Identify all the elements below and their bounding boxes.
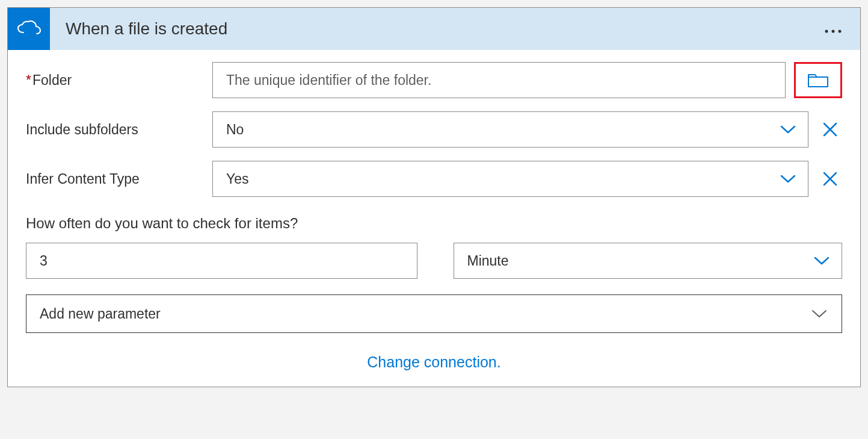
svg-point-2 — [839, 30, 842, 33]
onedrive-icon — [8, 8, 50, 50]
add-parameter-select[interactable]: Add new parameter — [26, 294, 842, 333]
folder-icon — [806, 71, 830, 89]
polling-unit-value: Minute — [467, 253, 509, 269]
card-title: When a file is created — [50, 19, 806, 39]
close-icon — [822, 170, 839, 187]
infer-content-type-row: Infer Content Type Yes — [26, 161, 842, 197]
folder-label: *Folder — [26, 72, 212, 89]
chevron-down-icon — [779, 124, 797, 135]
polling-row: Minute — [26, 243, 842, 279]
change-connection-row: Change connection. — [26, 345, 842, 372]
include-subfolders-row: Include subfolders No — [26, 111, 842, 148]
remove-include-subfolders-button[interactable] — [818, 117, 842, 142]
chevron-down-icon — [810, 308, 828, 319]
folder-picker-button[interactable] — [794, 62, 842, 98]
more-menu-button[interactable] — [806, 20, 860, 37]
polling-interval-input[interactable] — [26, 243, 417, 279]
infer-content-type-value: Yes — [226, 171, 249, 187]
chevron-down-icon — [813, 255, 831, 266]
required-marker: * — [26, 72, 31, 88]
remove-infer-content-type-button[interactable] — [818, 167, 842, 191]
add-parameter-label: Add new parameter — [40, 306, 161, 322]
svg-point-1 — [832, 30, 835, 33]
folder-row: *Folder — [26, 62, 842, 98]
include-subfolders-label: Include subfolders — [26, 122, 212, 138]
include-subfolders-select[interactable]: No — [212, 111, 808, 148]
chevron-down-icon — [779, 173, 797, 184]
folder-input[interactable] — [212, 62, 786, 98]
card-body: *Folder Include subfolders No — [8, 50, 860, 387]
infer-content-type-label: Infer Content Type — [26, 171, 212, 187]
infer-content-type-select[interactable]: Yes — [212, 161, 808, 197]
close-icon — [822, 121, 839, 138]
trigger-card: When a file is created *Folder Include s… — [7, 7, 861, 387]
change-connection-link[interactable]: Change connection. — [367, 353, 500, 370]
svg-point-0 — [825, 30, 828, 33]
polling-unit-select[interactable]: Minute — [454, 243, 843, 279]
polling-question: How often do you want to check for items… — [26, 215, 842, 232]
include-subfolders-value: No — [226, 122, 244, 138]
card-header: When a file is created — [8, 8, 860, 50]
